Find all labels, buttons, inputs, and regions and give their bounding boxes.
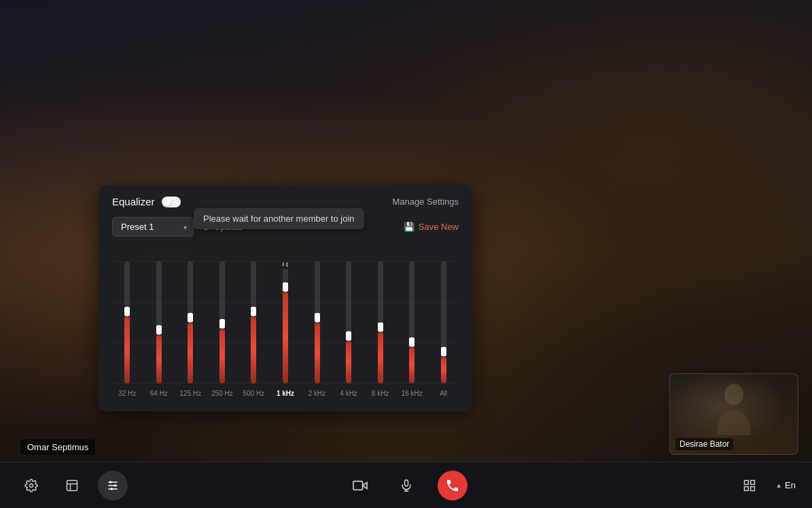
freq-label[interactable]: 2 kHz (302, 389, 332, 398)
eq-slider-handle[interactable] (156, 325, 162, 335)
eq-bar-track (409, 261, 414, 384)
freq-label[interactable]: All (428, 389, 459, 398)
svg-rect-9 (353, 481, 362, 490)
end-call-button[interactable] (438, 471, 467, 501)
freq-label[interactable]: 4 kHz (334, 389, 364, 398)
eq-slider-handle[interactable] (378, 322, 383, 332)
equalizer-panel: Please wait for another member to join E… (99, 185, 472, 411)
svg-rect-12 (751, 480, 755, 484)
eq-bar-track (219, 261, 225, 384)
eq-bar-fill (409, 347, 414, 384)
eq-bar-fill (124, 316, 130, 384)
svg-rect-14 (745, 486, 749, 490)
eq-bar-group[interactable] (175, 261, 206, 384)
person-silhouette (713, 381, 754, 435)
freq-label[interactable]: 32 Hz (112, 389, 143, 398)
eq-bar-group[interactable] (302, 261, 332, 384)
freq-label[interactable]: 16 kHz (397, 389, 427, 398)
settings-button[interactable] (16, 471, 46, 501)
eq-bar-fill (188, 322, 193, 384)
svg-point-1 (30, 484, 33, 487)
eq-bar-group[interactable] (334, 261, 364, 384)
save-new-button[interactable]: 💾 Save New (404, 222, 459, 232)
freq-label[interactable]: 8 kHz (365, 389, 395, 398)
eq-bar-track: 10 dB (283, 261, 288, 384)
eq-bar-fill (346, 341, 351, 384)
eq-bar-fill (441, 356, 446, 384)
language-label: En (785, 480, 796, 490)
svg-rect-11 (745, 480, 749, 484)
preset-wrapper: Preset 1 Preset 2 Preset 3 Custom ▾ (112, 217, 194, 237)
eq-bar-fill (283, 292, 288, 384)
freq-label[interactable]: 250 Hz (207, 389, 238, 398)
toolbar: ▲ En (0, 462, 812, 508)
grid-view-button[interactable] (735, 471, 764, 501)
eq-bar-group[interactable] (144, 261, 175, 384)
remote-video-thumbnail: Desirae Bator (669, 373, 798, 455)
eq-bar-track (315, 261, 320, 384)
eq-bar-track (124, 261, 130, 384)
toolbar-center (345, 471, 467, 501)
eq-bar-group[interactable] (207, 261, 238, 384)
eq-bar-group[interactable] (428, 261, 459, 384)
mic-icon (400, 479, 413, 492)
eq-visualizer: 10 dB (112, 248, 459, 384)
svg-rect-13 (751, 486, 755, 490)
eq-bar-track (441, 261, 446, 384)
camera-button[interactable] (345, 471, 375, 501)
tooltip: Please wait for another member to join (194, 208, 364, 229)
eq-bar-track (346, 261, 351, 384)
eq-slider-handle[interactable] (441, 347, 446, 356)
eq-bar-fill (315, 322, 320, 384)
eq-slider-handle[interactable] (124, 307, 130, 316)
thumbnail-inner: Desirae Bator (670, 374, 798, 454)
svg-rect-10 (404, 479, 408, 486)
freq-label[interactable]: 1 kHz (270, 389, 301, 398)
svg-point-7 (114, 484, 116, 486)
svg-point-8 (111, 488, 113, 490)
freq-label[interactable]: 125 Hz (175, 389, 206, 398)
local-user-badge: Omar Septimus (20, 439, 95, 455)
eq-bar-group[interactable]: 10 dB (270, 261, 301, 384)
eq-bar-group[interactable] (239, 261, 269, 384)
mic-button[interactable] (391, 471, 421, 501)
eq-slider-handle[interactable] (409, 337, 414, 347)
eq-slider-handle[interactable] (251, 307, 256, 316)
remote-user-name: Desirae Bator (675, 438, 733, 450)
toolbar-left (16, 471, 128, 501)
freq-label[interactable]: 64 Hz (144, 389, 175, 398)
eq-bar-track (188, 261, 193, 384)
preset-select[interactable]: Preset 1 Preset 2 Preset 3 Custom (112, 217, 194, 237)
eq-title-row: Equalizer (112, 196, 181, 207)
manage-settings-button[interactable]: Manage Settings (392, 197, 459, 207)
svg-rect-2 (67, 480, 77, 490)
eq-bar-track (156, 261, 162, 384)
eq-bar-fill (378, 332, 383, 384)
eq-slider-handle[interactable] (346, 331, 351, 341)
freq-label[interactable]: 500 Hz (239, 389, 269, 398)
eq-bar-fill (219, 328, 225, 384)
eq-button[interactable] (98, 471, 128, 501)
svg-point-6 (109, 481, 111, 483)
eq-bar-group[interactable] (397, 261, 427, 384)
settings-icon (24, 479, 38, 492)
save-icon: 💾 (404, 222, 414, 232)
eq-slider-handle[interactable] (188, 313, 193, 322)
eq-bar-track (378, 261, 383, 384)
layout-button[interactable] (57, 471, 87, 501)
language-selector[interactable]: ▲ En (775, 480, 796, 490)
eq-bar-fill (156, 335, 162, 384)
eq-header: Equalizer Manage Settings (112, 196, 459, 207)
eq-db-label: 10 dB (283, 261, 288, 269)
eq-slider-handle[interactable] (315, 313, 320, 322)
eq-freq-labels: 32 Hz64 Hz125 Hz250 Hz500 Hz1 kHz2 kHz4 … (112, 389, 459, 398)
eq-bar-group[interactable] (365, 261, 395, 384)
eq-bar-fill (251, 316, 256, 384)
end-call-icon (445, 478, 460, 493)
eq-title: Equalizer (112, 196, 155, 207)
eq-slider-handle[interactable] (219, 319, 225, 328)
svg-point-0 (724, 384, 743, 405)
eq-slider-handle[interactable] (283, 282, 288, 292)
eq-toggle[interactable] (162, 197, 181, 207)
eq-bar-group[interactable] (112, 261, 143, 384)
